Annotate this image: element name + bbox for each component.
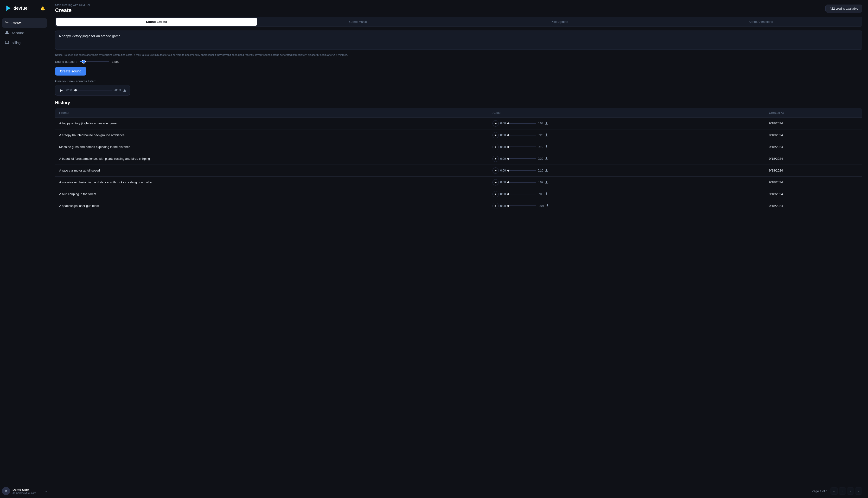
- table-row: A beautiful forest ambience, with plants…: [55, 153, 862, 165]
- sidebar-item-account-label: Account: [12, 31, 24, 35]
- page-last-button[interactable]: »: [855, 487, 862, 495]
- row-play-btn-1[interactable]: ▶: [492, 132, 499, 138]
- row-created-4: 9/18/2024: [765, 165, 862, 176]
- notice-text: Notice: To keep our prices affordable by…: [55, 53, 862, 57]
- row-time-start-6: 0:00: [500, 193, 506, 196]
- row-progress-3[interactable]: [508, 158, 536, 159]
- row-download-btn-0[interactable]: [545, 121, 548, 126]
- row-audio-2: ▶ 0:00 0:10: [489, 141, 765, 153]
- row-download-btn-1[interactable]: [545, 133, 548, 137]
- svg-rect-9: [545, 159, 548, 160]
- col-audio: Audio: [489, 108, 765, 117]
- row-time-start-1: 0:00: [500, 133, 506, 137]
- row-progress-0[interactable]: [508, 123, 536, 124]
- current-time: 0:00: [66, 89, 72, 92]
- row-time-start-2: 0:00: [500, 145, 506, 149]
- page-prev-button[interactable]: ‹: [839, 487, 846, 495]
- row-time-end-1: 0:20: [538, 133, 543, 137]
- row-time-end-5: 0:09: [538, 181, 543, 184]
- svg-rect-7: [545, 136, 548, 136]
- account-icon: [5, 30, 9, 35]
- page-first-button[interactable]: «: [830, 487, 838, 495]
- row-play-btn-7[interactable]: ▶: [492, 203, 499, 209]
- svg-point-2: [5, 21, 6, 22]
- row-time-end-6: 0:05: [538, 193, 543, 196]
- listen-label: Give your new sound a listen:: [55, 79, 862, 83]
- row-prompt-2: Machine guns and bombs exploding in the …: [55, 141, 489, 153]
- row-play-btn-6[interactable]: ▶: [492, 191, 499, 197]
- tab-bar: Sound Effects Game Music Pixel Sprites S…: [55, 17, 862, 27]
- row-download-btn-4[interactable]: [545, 168, 548, 173]
- table-row: A happy victory jingle for an arcade gam…: [55, 117, 862, 129]
- row-play-btn-4[interactable]: ▶: [492, 168, 499, 174]
- devfuel-logo-icon: [4, 4, 12, 12]
- user-menu-icon[interactable]: ⋯: [43, 489, 47, 494]
- svg-rect-5: [123, 91, 126, 92]
- row-prompt-4: A race car motor at full speed: [55, 165, 489, 176]
- sidebar-nav: Create Account Billing: [0, 16, 49, 484]
- main-content: Start creating with DevFuel Create 422 c…: [49, 0, 868, 498]
- row-download-btn-7[interactable]: [545, 204, 549, 208]
- row-created-5: 9/18/2024: [765, 176, 862, 188]
- row-time-end-2: 0:10: [538, 145, 543, 149]
- row-audio-7: ▶ 0:00 -0:01: [489, 200, 765, 212]
- row-play-btn-0[interactable]: ▶: [492, 120, 499, 127]
- row-progress-6[interactable]: [508, 194, 536, 194]
- row-download-btn-5[interactable]: [545, 180, 548, 184]
- sidebar-item-account[interactable]: Account: [2, 28, 47, 38]
- user-email: demo@devfuel.com: [13, 492, 41, 494]
- row-progress-5[interactable]: [508, 182, 536, 183]
- row-play-btn-5[interactable]: ▶: [492, 179, 499, 185]
- sidebar: devfuel 🔔 Create Account Billing D Demo …: [0, 0, 49, 498]
- prompt-textarea[interactable]: A happy victory jingle for an arcade gam…: [55, 30, 862, 50]
- row-prompt-1: A creepy haunted house background ambien…: [55, 129, 489, 141]
- row-progress-4[interactable]: [508, 170, 536, 171]
- create-sound-button[interactable]: Create sound: [55, 67, 86, 76]
- row-created-6: 9/18/2024: [765, 188, 862, 200]
- credits-badge: 422 credits available: [825, 4, 862, 13]
- page-next-button[interactable]: ›: [847, 487, 854, 495]
- avatar: D: [2, 487, 10, 495]
- row-time-end-0: 0:03: [538, 122, 543, 125]
- row-progress-7[interactable]: [508, 206, 536, 206]
- content-area: A happy victory jingle for an arcade gam…: [49, 27, 868, 484]
- row-play-btn-2[interactable]: ▶: [492, 144, 499, 150]
- page-title: Create: [55, 7, 90, 13]
- logo-area: devfuel 🔔: [0, 0, 49, 16]
- play-button[interactable]: ▶: [58, 87, 65, 93]
- row-download-btn-3[interactable]: [545, 157, 548, 161]
- row-time-end-4: 0:10: [538, 169, 543, 172]
- progress-bar[interactable]: [74, 90, 113, 90]
- svg-rect-6: [545, 124, 548, 124]
- sidebar-item-billing[interactable]: Billing: [2, 38, 47, 48]
- row-prompt-0: A happy victory jingle for an arcade gam…: [55, 117, 489, 129]
- tab-game-music[interactable]: Game Music: [258, 18, 458, 26]
- tab-sprite-animations[interactable]: Sprite Animations: [660, 18, 861, 26]
- row-play-btn-3[interactable]: ▶: [492, 156, 499, 162]
- pagination: Page 1 of 1 « ‹ › »: [49, 484, 868, 498]
- billing-icon: [5, 40, 9, 45]
- download-button[interactable]: [123, 88, 127, 92]
- row-progress-1[interactable]: [508, 135, 536, 135]
- user-profile-area[interactable]: D Demo User demo@devfuel.com ⋯: [0, 484, 49, 498]
- row-progress-dot-4: [508, 170, 509, 172]
- row-audio-0: ▶ 0:00 0:03: [489, 117, 765, 129]
- table-row: Machine guns and bombs exploding in the …: [55, 141, 862, 153]
- tab-sound-effects[interactable]: Sound Effects: [56, 18, 257, 26]
- row-audio-6: ▶ 0:00 0:05: [489, 188, 765, 200]
- main-header: Start creating with DevFuel Create 422 c…: [49, 0, 868, 13]
- row-prompt-6: A bird chirping in the forest: [55, 188, 489, 200]
- duration-label: Sound duration:: [55, 60, 77, 64]
- duration-slider[interactable]: [80, 61, 109, 62]
- row-prompt-7: A spaceships laser gun blast: [55, 200, 489, 212]
- svg-rect-4: [5, 41, 9, 43]
- progress-dot: [74, 89, 77, 91]
- row-download-btn-2[interactable]: [545, 145, 548, 149]
- table-row: A creepy haunted house background ambien…: [55, 129, 862, 141]
- notification-bell-icon[interactable]: 🔔: [40, 6, 45, 11]
- page-info: Page 1 of 1: [812, 489, 828, 493]
- row-download-btn-6[interactable]: [545, 192, 548, 196]
- row-progress-2[interactable]: [508, 146, 536, 147]
- sidebar-item-create[interactable]: Create: [2, 18, 47, 28]
- tab-pixel-sprites[interactable]: Pixel Sprites: [459, 18, 660, 26]
